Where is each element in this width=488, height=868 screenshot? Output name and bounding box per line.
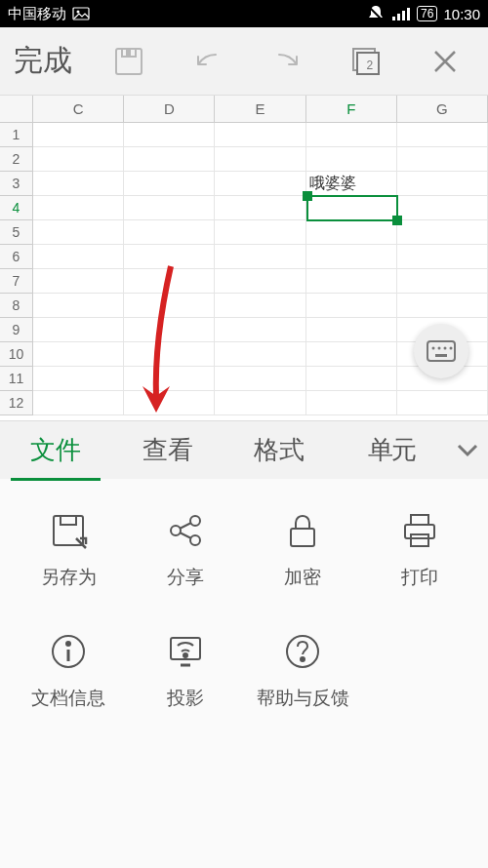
close-icon — [430, 47, 460, 76]
cell[interactable] — [33, 269, 124, 294]
tabs-more-button[interactable] — [447, 444, 488, 457]
cell[interactable] — [306, 318, 397, 342]
cell[interactable] — [124, 367, 215, 391]
cell[interactable] — [215, 367, 305, 391]
cell[interactable] — [306, 123, 397, 147]
keyboard-button[interactable] — [414, 324, 468, 378]
doc-info-button[interactable]: 文档信息 — [10, 629, 127, 711]
cell[interactable] — [215, 294, 305, 318]
cell[interactable] — [306, 391, 397, 415]
cell[interactable] — [33, 123, 124, 147]
cell[interactable] — [33, 342, 124, 367]
col-header[interactable]: G — [397, 96, 488, 122]
cell[interactable] — [33, 220, 124, 245]
save-button[interactable] — [102, 34, 156, 89]
cell[interactable] — [215, 318, 305, 342]
col-header[interactable]: F — [306, 96, 397, 122]
done-button[interactable]: 完成 — [0, 41, 86, 81]
cell[interactable] — [215, 220, 305, 245]
cell[interactable] — [33, 367, 124, 391]
cell[interactable] — [124, 294, 215, 318]
cell[interactable] — [215, 342, 305, 367]
cell[interactable] — [397, 294, 488, 318]
tab-file[interactable]: 文件 — [0, 419, 112, 481]
svg-rect-4 — [397, 14, 400, 20]
cell[interactable] — [215, 245, 305, 269]
row-header[interactable]: 3 — [0, 172, 33, 196]
sheets-button[interactable]: 2 — [339, 34, 393, 89]
cell[interactable] — [397, 220, 488, 245]
help-button[interactable]: 帮助与反馈 — [244, 629, 361, 711]
cell[interactable] — [215, 147, 305, 172]
cell[interactable] — [33, 245, 124, 269]
row-header[interactable]: 2 — [0, 147, 33, 172]
save-as-button[interactable]: 另存为 — [10, 508, 127, 590]
cell[interactable] — [33, 196, 124, 220]
row-header[interactable]: 11 — [0, 367, 33, 391]
cell[interactable]: 哦婆婆 — [306, 172, 397, 196]
cell[interactable] — [33, 391, 124, 415]
cell[interactable] — [33, 294, 124, 318]
row-header[interactable]: 4 — [0, 196, 33, 220]
cell[interactable] — [306, 245, 397, 269]
cell[interactable] — [124, 220, 215, 245]
cell[interactable] — [397, 123, 488, 147]
cell[interactable] — [306, 220, 397, 245]
cell[interactable] — [397, 147, 488, 172]
cell[interactable] — [124, 172, 215, 196]
cell[interactable] — [306, 147, 397, 172]
select-all-corner[interactable] — [0, 96, 33, 122]
tab-format[interactable]: 格式 — [224, 419, 336, 481]
cell[interactable] — [397, 269, 488, 294]
cell[interactable] — [33, 147, 124, 172]
cell[interactable] — [397, 196, 488, 220]
cell[interactable] — [306, 367, 397, 391]
undo-button[interactable] — [181, 34, 235, 89]
tab-view[interactable]: 查看 — [112, 419, 224, 481]
cell[interactable] — [397, 391, 488, 415]
cell[interactable] — [124, 123, 215, 147]
col-header[interactable]: E — [215, 96, 305, 122]
row-header[interactable]: 9 — [0, 318, 33, 342]
row-header[interactable]: 8 — [0, 294, 33, 318]
col-header[interactable]: C — [33, 96, 124, 122]
cell[interactable] — [124, 342, 215, 367]
print-button[interactable]: 打印 — [361, 508, 478, 590]
spreadsheet-grid[interactable]: C D E F G 123哦婆婆456789101112 — [0, 96, 488, 420]
cell[interactable] — [397, 245, 488, 269]
cell[interactable] — [124, 391, 215, 415]
cell[interactable] — [215, 196, 305, 220]
cell[interactable] — [215, 391, 305, 415]
row-header[interactable]: 6 — [0, 245, 33, 269]
close-button[interactable] — [418, 34, 472, 89]
col-header[interactable]: D — [124, 96, 215, 122]
encrypt-button[interactable]: 加密 — [244, 508, 361, 590]
row-header[interactable]: 1 — [0, 123, 33, 147]
row-header[interactable]: 12 — [0, 391, 33, 415]
cell[interactable] — [306, 342, 397, 367]
save-as-icon — [49, 511, 88, 550]
redo-button[interactable] — [260, 34, 314, 89]
row-header[interactable]: 5 — [0, 220, 33, 245]
cell[interactable] — [124, 318, 215, 342]
cell[interactable] — [215, 269, 305, 294]
tab-cell[interactable]: 单元 — [336, 419, 448, 481]
cell[interactable] — [215, 172, 305, 196]
cell[interactable] — [124, 147, 215, 172]
cell[interactable] — [124, 245, 215, 269]
cell[interactable] — [124, 196, 215, 220]
cell[interactable] — [124, 269, 215, 294]
row-header[interactable]: 10 — [0, 342, 33, 367]
project-button[interactable]: 投影 — [127, 629, 244, 711]
cell[interactable] — [306, 196, 397, 220]
vibrate-icon — [366, 4, 386, 23]
cell[interactable] — [33, 318, 124, 342]
signal-icon — [391, 7, 411, 20]
share-button[interactable]: 分享 — [127, 508, 244, 590]
cell[interactable] — [397, 172, 488, 196]
row-header[interactable]: 7 — [0, 269, 33, 294]
cell[interactable] — [33, 172, 124, 196]
cell[interactable] — [215, 123, 305, 147]
cell[interactable] — [306, 269, 397, 294]
cell[interactable] — [306, 294, 397, 318]
